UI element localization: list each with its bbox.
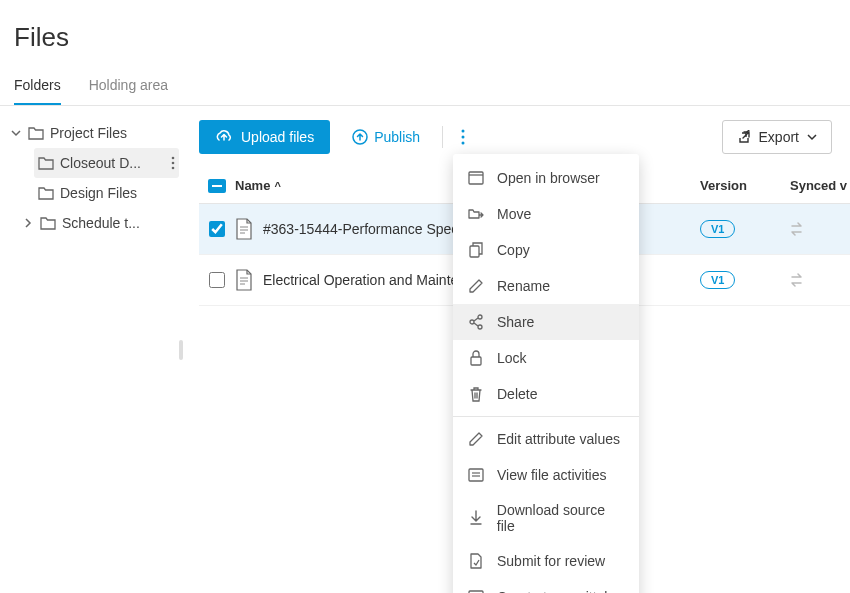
menu-rename[interactable]: Rename (453, 268, 639, 304)
sidebar-resize-handle[interactable] (179, 340, 183, 360)
delete-icon (467, 385, 485, 403)
upload-label: Upload files (241, 129, 314, 145)
menu-move[interactable]: Move (453, 196, 639, 232)
svg-point-17 (470, 320, 474, 324)
document-icon (235, 269, 253, 291)
folder-icon (28, 126, 44, 140)
menu-copy[interactable]: Copy (453, 232, 639, 268)
activities-icon (467, 466, 485, 484)
svg-point-4 (462, 130, 465, 133)
edit-attributes-icon (467, 430, 485, 448)
review-icon (467, 552, 485, 570)
tree-root-label: Project Files (50, 125, 127, 141)
copy-icon (467, 241, 485, 259)
tabs: Folders Holding area (0, 53, 850, 106)
tree-item-label: Closeout D... (60, 155, 141, 171)
lock-icon (467, 349, 485, 367)
menu-label: Submit for review (497, 553, 605, 569)
svg-rect-13 (469, 172, 483, 184)
row-checkbox[interactable] (209, 221, 225, 237)
row-checkbox[interactable] (209, 272, 225, 288)
sync-icon[interactable] (790, 222, 850, 236)
move-icon (467, 205, 485, 223)
menu-label: Download source file (497, 502, 625, 534)
toolbar-more-icon[interactable] (457, 125, 469, 149)
menu-label: Create transmittal (497, 589, 607, 593)
svg-rect-15 (470, 246, 479, 257)
menu-delete[interactable]: Delete (453, 376, 639, 412)
version-badge[interactable]: V1 (700, 220, 735, 238)
share-icon (467, 313, 485, 331)
upload-files-button[interactable]: Upload files (199, 120, 330, 154)
svg-point-0 (172, 157, 175, 160)
folder-icon (40, 216, 56, 230)
document-icon (235, 218, 253, 240)
menu-edit-attributes[interactable]: Edit attribute values (453, 421, 639, 457)
chevron-down-icon (10, 128, 22, 138)
export-icon (737, 130, 751, 144)
menu-label: Delete (497, 386, 537, 402)
download-icon (467, 509, 485, 527)
sync-icon[interactable] (790, 273, 850, 287)
export-button[interactable]: Export (722, 120, 832, 154)
publish-icon (352, 129, 368, 145)
toolbar-separator (442, 126, 443, 148)
menu-submit-review[interactable]: Submit for review (453, 543, 639, 579)
file-name: Electrical Operation and Mainten (263, 272, 466, 288)
sidebar: Project Files Closeout D... Design Files (0, 106, 185, 306)
folder-icon (38, 186, 54, 200)
toolbar: Upload files Publish Export (199, 120, 850, 154)
version-badge[interactable]: V1 (700, 271, 735, 289)
menu-label: Open in browser (497, 170, 600, 186)
menu-label: View file activities (497, 467, 606, 483)
select-all-checkbox[interactable] (208, 179, 226, 193)
publish-label: Publish (374, 129, 420, 145)
tree-item-design-files[interactable]: Design Files (34, 178, 179, 208)
svg-rect-21 (471, 357, 481, 365)
menu-label: Copy (497, 242, 530, 258)
file-name: #363-15444-Performance Spec-2 (263, 221, 471, 237)
tree-root-project-files[interactable]: Project Files (6, 118, 179, 148)
context-menu: Open in browser Move Copy Rename Share L… (453, 154, 639, 593)
chevron-down-icon (807, 133, 817, 141)
column-header-synced[interactable]: Synced v (790, 178, 850, 193)
svg-point-1 (172, 162, 175, 165)
svg-point-6 (462, 142, 465, 145)
open-browser-icon (467, 169, 485, 187)
tab-holding-area[interactable]: Holding area (89, 77, 168, 105)
rename-icon (467, 277, 485, 295)
menu-lock[interactable]: Lock (453, 340, 639, 376)
chevron-right-icon (22, 218, 34, 228)
menu-download-source[interactable]: Download source file (453, 493, 639, 543)
export-label: Export (759, 129, 799, 145)
menu-label: Rename (497, 278, 550, 294)
sort-asc-icon: ^ (274, 180, 280, 192)
svg-point-5 (462, 136, 465, 139)
tree-item-more-icon[interactable] (171, 156, 175, 170)
menu-label: Edit attribute values (497, 431, 620, 447)
transmittal-icon (467, 588, 485, 593)
menu-label: Lock (497, 350, 527, 366)
tree-item-closeout[interactable]: Closeout D... (34, 148, 179, 178)
page-title: Files (0, 0, 850, 53)
svg-rect-22 (469, 469, 483, 481)
menu-share[interactable]: Share (453, 304, 639, 340)
menu-separator (453, 416, 639, 417)
column-header-version[interactable]: Version (700, 178, 790, 193)
menu-open-in-browser[interactable]: Open in browser (453, 160, 639, 196)
svg-point-2 (172, 167, 175, 170)
menu-view-activities[interactable]: View file activities (453, 457, 639, 493)
tab-folders[interactable]: Folders (14, 77, 61, 105)
svg-point-18 (478, 325, 482, 329)
menu-label: Move (497, 206, 531, 222)
publish-button[interactable]: Publish (344, 120, 428, 154)
tree-item-label: Schedule t... (62, 215, 140, 231)
upload-cloud-icon (215, 130, 233, 144)
svg-line-19 (474, 318, 478, 321)
menu-create-transmittal[interactable]: Create transmittal (453, 579, 639, 593)
svg-point-16 (478, 315, 482, 319)
folder-icon (38, 156, 54, 170)
tree-item-schedule[interactable]: Schedule t... (18, 208, 179, 238)
menu-label: Share (497, 314, 534, 330)
tree-item-label: Design Files (60, 185, 137, 201)
